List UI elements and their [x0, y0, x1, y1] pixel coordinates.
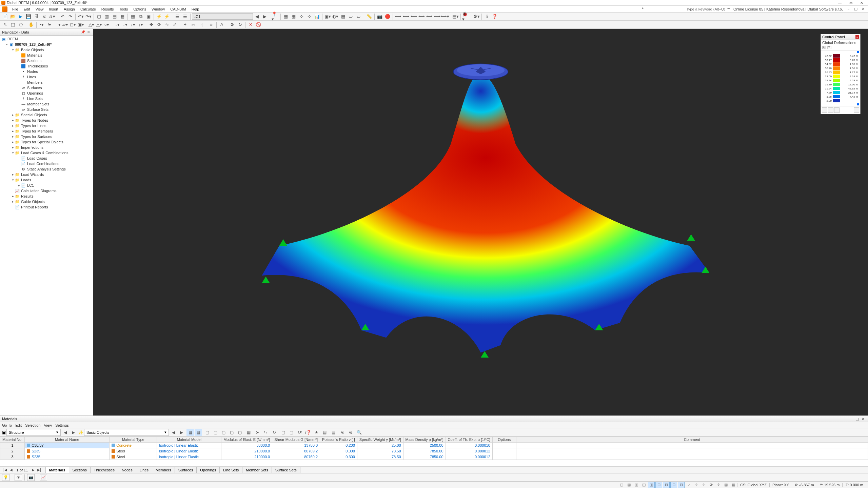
tree-basic-objects[interactable]: ▾📁Basic Objects [0, 47, 93, 53]
bp-tool-8[interactable]: ▦ [245, 429, 252, 436]
sb-btn-2[interactable]: ▦ [626, 482, 632, 488]
sb-grid-2[interactable]: ▦ [730, 482, 737, 488]
member-icon[interactable]: —▾ [54, 21, 61, 28]
axis-icon[interactable]: ⊹ [298, 13, 305, 20]
opening-icon[interactable]: ◻▾ [69, 21, 77, 28]
bp-export-icon[interactable]: ▤ [330, 429, 337, 436]
dim-1-icon[interactable]: ⟷ [394, 13, 402, 20]
sb-snap-4[interactable]: ⊡ [678, 482, 685, 488]
new-file-icon[interactable]: 📄 [1, 13, 9, 20]
print-icon[interactable]: 🖨 [40, 13, 48, 20]
nav-close-icon[interactable]: ✕ [86, 30, 91, 35]
twist-icon[interactable]: ▸ [11, 195, 15, 198]
tree-member-sets[interactable]: —Member Sets [0, 101, 93, 107]
table-row[interactable]: 2S235SteelIsotropic | Linear Elastic2100… [0, 448, 868, 454]
undo-history-icon[interactable]: ↶▾ [77, 13, 84, 20]
load-area-icon[interactable]: ↓▾ [129, 21, 137, 28]
measure-icon[interactable]: 📏 [366, 13, 373, 20]
twist-icon[interactable]: ▾ [11, 48, 15, 52]
run-icon[interactable]: ▶ [17, 13, 24, 20]
twist-icon[interactable]: ▸ [17, 184, 21, 187]
sb-ortho-2[interactable]: ⊹ [700, 482, 707, 488]
cascade-icon[interactable]: ⧉ [137, 13, 144, 20]
tab-sections[interactable]: Sections [69, 467, 91, 473]
bp-maximize-icon[interactable]: ▢ [854, 417, 860, 421]
mirror-icon[interactable]: ⇋ [163, 21, 171, 28]
bug-icon[interactable]: 🐞▾ [462, 13, 470, 20]
line-icon[interactable]: /▾ [46, 21, 53, 28]
menu-results[interactable]: Results [99, 6, 117, 12]
menu-tools[interactable]: Tools [116, 6, 131, 12]
bp-func-2-icon[interactable]: f❓ [304, 429, 312, 436]
menu-window[interactable]: Window [149, 6, 167, 12]
basic-objects-selector[interactable]: Basic Objects▾ [84, 429, 169, 436]
delete-x-icon[interactable]: ✕ [247, 21, 254, 28]
panel-icon[interactable]: ▣ [145, 13, 152, 20]
cube-icon[interactable]: ▣▾ [324, 13, 331, 20]
results-icon[interactable]: 📊 [313, 13, 321, 20]
save-icon[interactable]: 💾 [25, 13, 32, 20]
twist-icon[interactable]: ▾ [11, 151, 15, 155]
footer-btn-1[interactable]: 💡 [2, 474, 9, 481]
view-split-v-icon[interactable]: ▥ [103, 13, 111, 20]
tab-line-sets[interactable]: Line Sets [219, 467, 242, 473]
marker-icon[interactable]: 📍▾ [272, 13, 279, 20]
collapse-icon[interactable]: ▾ [5, 43, 9, 46]
structure-selector[interactable]: Structure▾ [6, 429, 61, 436]
bp-menu-selection[interactable]: Selection [25, 423, 40, 427]
bp-tool-7[interactable]: ▢ [236, 429, 243, 436]
view-single-icon[interactable]: ▢ [95, 13, 103, 20]
extend-icon[interactable]: →| [197, 21, 204, 28]
tree-static-analysis-settings[interactable]: ⚙Static Analysis Settings [0, 166, 93, 172]
tree-materials[interactable]: 🟧Materials [0, 53, 93, 58]
menu-help[interactable]: Help [189, 6, 202, 12]
mesh-icon[interactable]: ▦ [339, 13, 347, 20]
tree-model[interactable]: ▾ ▣ 000709_123_Zelt.rf6* [0, 42, 93, 47]
window-maximize-icon[interactable]: ▢ [852, 6, 860, 12]
cp-btn-2[interactable] [828, 107, 833, 113]
twist-icon[interactable]: ▸ [11, 124, 15, 127]
sb-btn-4[interactable]: ◫ [640, 482, 647, 488]
twist-icon[interactable]: ▾ [11, 178, 15, 182]
redo-icon[interactable]: ↷ [66, 13, 74, 20]
load-point-icon[interactable]: ↓▾ [114, 21, 121, 28]
tab-thicknesses[interactable]: Thicknesses [90, 467, 118, 473]
load-line-icon[interactable]: ↓▾ [121, 21, 129, 28]
sb-snap-1[interactable]: ⊡ [655, 482, 662, 488]
keyword-search-input[interactable] [645, 6, 726, 12]
tree-thicknesses[interactable]: 🟦Thicknesses [0, 63, 93, 69]
tree-load-wizards[interactable]: ▸📁Load Wizards [0, 172, 93, 177]
bp-func-icon[interactable]: f✗ [296, 429, 304, 436]
load-case-selector[interactable]: LC1 [192, 13, 253, 20]
twist-icon[interactable]: ▸ [11, 135, 15, 138]
menu-view[interactable]: View [33, 6, 46, 12]
tree-sections[interactable]: 🟫Sections [0, 58, 93, 63]
tab-surface-sets[interactable]: Surface Sets [272, 467, 300, 473]
menu-insert[interactable]: Insert [46, 6, 61, 12]
menu-options[interactable]: Options [131, 6, 149, 12]
menu-edit[interactable]: Edit [21, 6, 33, 12]
renumber-icon[interactable]: # [208, 21, 215, 28]
twist-icon[interactable]: ▸ [11, 113, 15, 117]
move-icon[interactable]: ✥ [147, 21, 155, 28]
tree-surfaces[interactable]: ▱Surfaces [0, 85, 93, 90]
highlight-2-icon[interactable]: ⚡ [163, 13, 171, 20]
pin-icon[interactable]: 📌 [81, 30, 85, 35]
dim-3-icon[interactable]: ⟷ [410, 13, 417, 20]
surface-icon[interactable]: ▱ [347, 13, 355, 20]
tree-imperfections[interactable]: ▸📁Imperfections [0, 145, 93, 150]
sb-grid-1[interactable]: ▦ [723, 482, 729, 488]
footer-btn-4[interactable]: 📈 [40, 474, 47, 481]
dim-7-icon[interactable]: ⟷▾ [441, 13, 449, 20]
hinge-icon[interactable]: ○▾ [103, 21, 111, 28]
tile-icon[interactable]: ▦ [129, 13, 137, 20]
bp-close-icon[interactable]: ✕ [860, 417, 866, 421]
tree-lc1[interactable]: ▸📄LC1 [0, 183, 93, 188]
twist-icon[interactable]: ▸ [11, 119, 15, 122]
sb-ortho-4[interactable]: ⊹ [715, 482, 722, 488]
highlight-icon[interactable]: ⚡ [155, 13, 163, 20]
sb-ortho-1[interactable]: ⊹ [693, 482, 699, 488]
support-icon[interactable]: △▾ [87, 21, 95, 28]
axis-2-icon[interactable]: ⊹ [305, 13, 313, 20]
materials-table[interactable]: Material No. Material Name Material Type… [0, 436, 868, 460]
